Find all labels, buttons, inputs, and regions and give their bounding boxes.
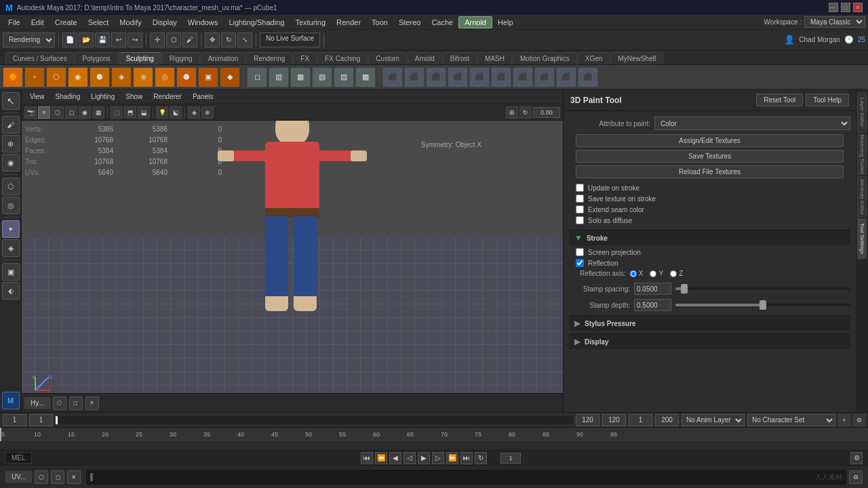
menu-render[interactable]: Render [331,17,366,28]
vp-shadow-btn[interactable]: ⬕ [170,106,182,119]
box-sel-btn[interactable]: ▣ [2,263,20,281]
shelf-icon-4[interactable]: ◉ [68,67,88,87]
stamp-spacing-value[interactable] [634,283,671,295]
shelf-tab-rendering[interactable]: Rendering [246,52,292,64]
char-set-btn1[interactable]: + [838,414,850,426]
move-btn[interactable]: ✥ [205,33,220,47]
stamp-spacing-track[interactable] [675,287,850,290]
vp-obj-btn[interactable]: ⬡ [52,106,64,119]
menu-stereo[interactable]: Stereo [393,17,426,28]
solo-as-diffuse-checkbox[interactable] [576,216,584,224]
bottom-btn2[interactable]: ◻ [51,470,64,484]
shelf-icon-1[interactable]: 🔶 [3,67,23,87]
shelf-tab-xgen[interactable]: XGen [578,52,610,64]
vp-bottom-btn1[interactable]: ⬡ [53,396,66,410]
vp-close-btn[interactable]: ✕ [85,396,99,410]
char-set-dropdown[interactable]: No Character Set [747,414,835,426]
mode-dropdown[interactable]: Rendering Modeling Rigging Animation FX [3,33,55,47]
select-mode-btn[interactable]: ↖ [2,92,20,110]
reload-file-textures-btn[interactable]: Reload File Textures [576,165,844,178]
tool-help-btn[interactable]: Tool Help [806,94,849,106]
timeline-end-play[interactable] [576,414,599,426]
scale-btn[interactable]: ⤡ [237,33,252,47]
extend-seam-checkbox[interactable] [576,205,584,214]
hv-tab[interactable]: Hy... [24,397,50,409]
stroke-section-header[interactable]: ▼ Stroke [569,230,850,245]
timeline-range-end[interactable] [655,414,679,426]
bottom-btn1[interactable]: ⬡ [35,470,48,484]
shelf-icon-19[interactable]: ⬛ [404,67,425,87]
pb-play-back[interactable]: ◁ [403,452,416,464]
shelf-tab-mynewshelf[interactable]: MyNewShelf [610,52,663,64]
shelf-icon-18[interactable]: ⬛ [382,67,403,87]
sculpt-btn[interactable]: ◉ [2,154,20,171]
menu-arnold[interactable]: Arnold [458,16,492,28]
vp-menu-renderer[interactable]: Renderer [151,92,184,102]
attribute-dropdown[interactable]: Color [654,117,850,130]
menu-create[interactable]: Create [50,17,83,28]
shelf-tab-animation[interactable]: Animation [201,52,245,64]
screen-projection-checkbox[interactable] [576,248,584,256]
vp-grid-btn[interactable]: # [38,106,50,119]
maximize-button[interactable]: □ [841,3,850,12]
save-textures-btn[interactable]: Save Textures [576,150,844,163]
bottom-settings-btn[interactable]: ⚙ [849,470,863,484]
shelf-tab-rigging[interactable]: Rigging [162,52,200,64]
menu-file[interactable]: File [3,17,26,28]
paint-select-btn[interactable]: 🖌 [182,33,197,47]
redo-btn[interactable]: ↪ [127,33,142,47]
scene-area[interactable]: Verts:538653860 Edges:10768107680 Faces:… [22,121,563,412]
tool-settings-tab[interactable]: Tool Settings [857,218,867,259]
vp-rotate-cam-btn[interactable]: ↻ [519,106,532,119]
vp-cam-btn[interactable]: 📷 [24,106,37,119]
current-frame-input[interactable] [500,453,521,464]
vp-iso-btn[interactable]: ⬚ [111,106,123,119]
shelf-icon-23[interactable]: ⬛ [491,67,511,87]
vp-menu-view[interactable]: View [27,92,47,102]
soft-sel-btn[interactable]: ◎ [2,197,20,214]
lasso-btn[interactable]: ⬡ [166,33,181,47]
shelf-icon-11[interactable]: ◆ [220,67,240,87]
save-texture-on-stroke-checkbox[interactable] [576,195,584,203]
vp-tex-btn[interactable]: ▦ [92,106,104,119]
menu-modify[interactable]: Modify [114,17,146,28]
shelf-tab-custom[interactable]: Custom [368,52,406,64]
layer-editor-tab[interactable]: Layer Editor [857,92,867,133]
shelf-icon-14[interactable]: ▦ [290,67,311,87]
shelf-icon-6[interactable]: ◈ [111,67,132,87]
shelf-tab-curves-surfaces[interactable]: Curves / Surfaces [5,52,74,64]
menu-help[interactable]: Help [492,17,519,28]
lasso-sel-btn[interactable]: ⬖ [2,282,20,300]
menu-select[interactable]: Select [83,17,115,28]
rotate-btn[interactable]: ↻ [221,33,236,47]
pb-prev-key[interactable]: ⏪ [375,452,387,464]
shelf-tab-mash[interactable]: MASH [477,52,512,64]
vp-menu-show[interactable]: Show [123,92,145,102]
shelf-tab-polygons[interactable]: Polygons [75,52,117,64]
menu-lighting-shading[interactable]: Lighting/Shading [223,17,290,28]
axis-z-radio[interactable] [670,270,677,277]
shelf-icon-5[interactable]: ⬢ [90,67,110,87]
transform-btn[interactable]: ⊕ [2,135,20,152]
shelf-icon-26[interactable]: ⬛ [556,67,576,87]
select-tool-btn[interactable]: ✛ [150,33,165,47]
stylus-section-header[interactable]: ▶ Stylus Pressure [569,315,850,331]
shelf-tab-fx[interactable]: FX [293,52,317,64]
pb-go-start[interactable]: ⏮ [361,452,373,464]
shelf-icon-20[interactable]: ⬛ [426,67,446,87]
shelf-icon-17[interactable]: ▩ [355,67,376,87]
timeline-range-start[interactable] [629,414,652,426]
shelf-icon-8[interactable]: ◎ [155,67,175,87]
timeline-end-frame[interactable] [602,414,626,426]
shelf-icon-12[interactable]: ◻ [247,67,267,87]
update-on-stroke-checkbox[interactable] [576,184,584,192]
maya-logo-btn[interactable]: M [2,392,20,409]
stamp-depth-track[interactable] [675,304,850,306]
open-scene-btn[interactable]: 📂 [79,33,94,47]
vp-menu-shading[interactable]: Shading [53,92,83,102]
axis-y-radio[interactable] [650,270,656,277]
shelf-icon-13[interactable]: ▥ [269,67,289,87]
shelf-icon-16[interactable]: ▨ [334,67,354,87]
vp-wire-btn[interactable]: ◻ [65,106,77,119]
vp-light-btn[interactable]: 💡 [156,106,168,119]
